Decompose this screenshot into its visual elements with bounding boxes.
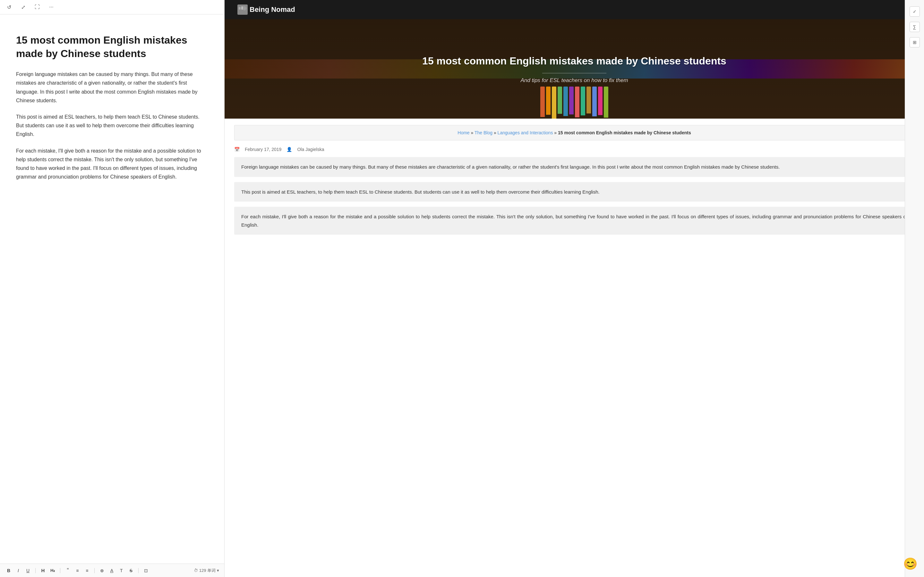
hero-title: 15 most common English mistakes made by … — [260, 55, 889, 68]
editor-panel: ↺ ⤢ ⛶ ··· 15 most common English mistake… — [0, 0, 225, 577]
breadcrumb-blog[interactable]: The Blog — [475, 130, 493, 135]
breadcrumb: Home » The Blog » Languages and Interact… — [234, 125, 914, 140]
hero-divider — [542, 73, 606, 73]
refresh-icon[interactable]: ↺ — [5, 3, 13, 11]
author-icon: 👤 — [286, 147, 292, 152]
content-block-1: Foreign language mistakes can be caused … — [234, 157, 914, 177]
quote-button[interactable]: “ — [64, 566, 71, 574]
image-button[interactable]: ⊡ — [142, 567, 150, 574]
hero-section: 15 most common English mistakes made by … — [225, 19, 924, 119]
emoji-badge[interactable]: 😊 — [903, 557, 918, 571]
link-button[interactable]: ⊕ — [99, 567, 105, 574]
hero-subtitle: And tips for ESL teachers on how to fix … — [260, 77, 889, 83]
breadcrumb-home[interactable]: Home — [457, 130, 469, 135]
editor-content-area[interactable]: 15 most common English mistakes made by … — [0, 15, 224, 564]
expand-icon[interactable]: ⛶ — [33, 3, 41, 11]
more-icon[interactable]: ··· — [47, 3, 55, 11]
editor-paragraph-2: This post is aimed at ESL teachers, to h… — [16, 113, 208, 139]
word-count-label[interactable]: 129 单词 — [199, 568, 216, 574]
right-sidebar: ✓ ∑ ⊞ — [905, 0, 924, 577]
breadcrumb-current: 15 most common English mistakes made by … — [558, 130, 691, 135]
format-toolbar: B I U H H₂ “ ≡ ≡ ⊕ A T S̶ ⊡ ⏱ 129 单词 ▾ — [0, 564, 224, 577]
logo-icon — [237, 5, 248, 15]
hero-content: 15 most common English mistakes made by … — [260, 55, 889, 84]
editor-paragraph-3: For each mistake, I'll give both a reaso… — [16, 147, 208, 181]
article-author: Ola Jagielska — [297, 147, 324, 152]
breadcrumb-category[interactable]: Languages and Interactions — [498, 130, 553, 135]
content-block-3: For each mistake, I'll give both a reaso… — [234, 207, 914, 235]
pencils-decoration — [540, 87, 608, 119]
article-meta: 📅 February 17, 2019 👤 Ola Jagielska — [234, 147, 914, 152]
share-icon[interactable]: ⤢ — [19, 3, 27, 11]
site-body: Home » The Blog » Languages and Interact… — [225, 119, 924, 577]
heading1-button[interactable]: H — [39, 567, 47, 574]
underline-button[interactable]: U — [24, 567, 31, 574]
stack-icon[interactable]: ⊞ — [909, 37, 920, 47]
clock-icon: ⏱ — [194, 568, 198, 573]
browser-frame: Being Nomad ☰ — [225, 0, 924, 577]
heading2-button[interactable]: H₂ — [49, 567, 56, 574]
article-date: February 17, 2019 — [245, 147, 281, 152]
content-block-2: This post is aimed at ESL teachers, to h… — [234, 182, 914, 202]
word-count-area: ⏱ 129 单词 ▾ — [194, 568, 219, 574]
editor-toolbar: ↺ ⤢ ⛶ ··· — [0, 0, 224, 15]
word-count-arrow[interactable]: ▾ — [217, 568, 219, 573]
browser-preview-panel: Being Nomad ☰ — [225, 0, 924, 577]
toolbar-divider-2 — [60, 568, 60, 573]
breadcrumb-sep3: » — [554, 130, 558, 135]
site-header: Being Nomad ☰ — [225, 0, 924, 19]
list-ul-button[interactable]: ≡ — [74, 567, 81, 574]
article-title: 15 most common English mistakes made by … — [16, 34, 208, 60]
underline2-button[interactable]: A — [108, 567, 115, 574]
breadcrumb-sep1: » — [471, 130, 475, 135]
toolbar-divider-4 — [138, 568, 139, 573]
editor-paragraph-1: Foreign language mistakes can be caused … — [16, 70, 208, 105]
breadcrumb-text: Home » The Blog » Languages and Interact… — [241, 129, 908, 136]
svg-rect-0 — [239, 7, 241, 10]
date-icon: 📅 — [234, 147, 240, 152]
toolbar-divider-1 — [35, 568, 36, 573]
site-logo: Being Nomad — [237, 5, 295, 15]
toolbar-divider-3 — [94, 568, 95, 573]
logo-text: Being Nomad — [250, 5, 295, 14]
list-ol-button[interactable]: ≡ — [83, 567, 90, 574]
strikethrough-button[interactable]: S̶ — [128, 567, 134, 574]
check-icon[interactable]: ✓ — [909, 6, 920, 17]
text-button[interactable]: T — [118, 567, 125, 574]
italic-button[interactable]: I — [15, 567, 22, 574]
formula-icon[interactable]: ∑ — [909, 22, 920, 32]
breadcrumb-sep2: » — [494, 130, 498, 135]
bold-button[interactable]: B — [5, 567, 12, 574]
